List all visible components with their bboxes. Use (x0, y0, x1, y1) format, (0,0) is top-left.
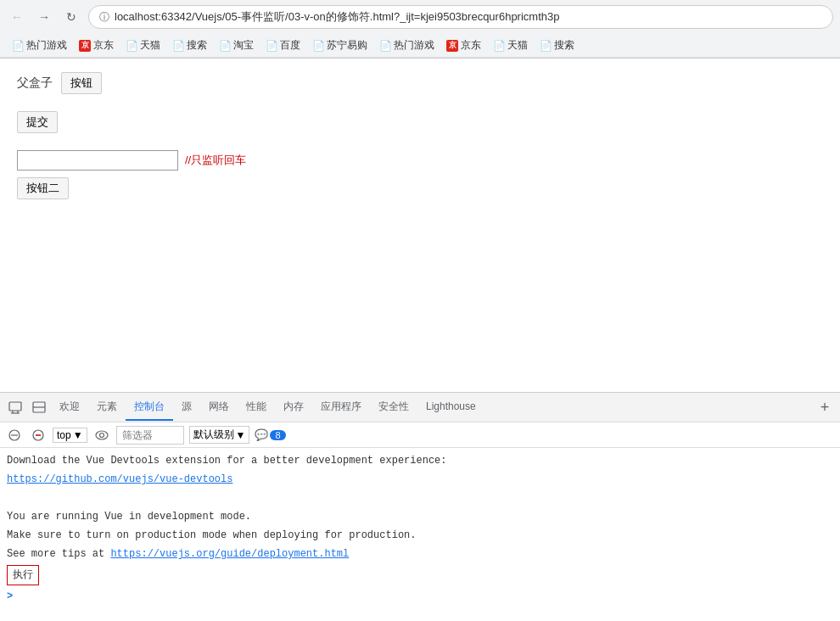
page-icon: 📄 (493, 40, 505, 52)
bookmark-label: 京东 (461, 38, 481, 53)
page-content: 父盒子 按钮 提交 //只监听回车 按钮二 (0, 59, 840, 381)
bookmark-label: 天猫 (140, 38, 160, 53)
back-button[interactable]: ← (7, 7, 27, 27)
btn2[interactable]: 按钮二 (17, 177, 69, 199)
info-icon: ⓘ (99, 10, 109, 25)
refresh-button[interactable]: ↻ (61, 7, 81, 27)
submit-button[interactable]: 提交 (17, 111, 58, 133)
submit-section: 提交 (17, 111, 823, 133)
btn1[interactable]: 按钮 (61, 72, 102, 94)
forward-button[interactable]: → (34, 7, 54, 27)
bookmark-label: 京东 (93, 38, 114, 53)
bookmark-label: 天猫 (507, 38, 528, 53)
bookmark-hot-games-2[interactable]: 📄 热门游戏 (374, 36, 440, 55)
page-icon: 📄 (312, 40, 324, 52)
page-icon: 📄 (126, 40, 137, 52)
bookmark-label: 搜索 (187, 38, 207, 53)
input-comment: //只监听回车 (185, 153, 246, 168)
bookmark-label: 热门游戏 (394, 38, 434, 53)
page-icon: 📄 (540, 40, 552, 52)
browser-chrome: ← → ↻ ⓘ localhost:63342/Vuejs/05-事件监听/03… (0, 0, 840, 59)
address-bar[interactable]: ⓘ localhost:63342/Vuejs/05-事件监听/03-v-on的… (88, 5, 833, 29)
bookmark-jd-1[interactable]: 京 京东 (74, 36, 119, 55)
bookmark-hot-games-1[interactable]: 📄 热门游戏 (7, 36, 72, 55)
url-text: localhost:63342/Vuejs/05-事件监听/03-v-on的修饰… (115, 9, 559, 25)
bookmark-label: 百度 (280, 38, 300, 53)
bookmark-tianmao[interactable]: 📄 天猫 (120, 36, 165, 55)
bookmark-suning[interactable]: 📄 苏宁易购 (307, 36, 372, 55)
page-icon: 📄 (172, 40, 184, 52)
page-icon: 📄 (12, 40, 24, 52)
bookmark-label: 苏宁易购 (327, 38, 367, 53)
page-icon: 📄 (266, 40, 277, 52)
bookmark-label: 热门游戏 (26, 38, 67, 53)
bookmark-taobao[interactable]: 📄 淘宝 (214, 36, 259, 55)
jd-icon: 京 (79, 40, 91, 52)
enter-input[interactable] (17, 150, 178, 171)
btn2-section: 按钮二 (17, 177, 823, 199)
parent-box-section: 父盒子 按钮 (17, 72, 823, 94)
bookmark-label: 搜索 (554, 38, 574, 53)
jd-icon: 京 (446, 40, 458, 52)
bookmark-search-1[interactable]: 📄 搜索 (167, 36, 212, 55)
bookmarks-bar: 📄 热门游戏 京 京东 📄 天猫 📄 搜索 📄 淘宝 📄 百度 📄 苏宁易购 � (0, 34, 840, 58)
bookmark-tianmao-2[interactable]: 📄 天猫 (488, 36, 533, 55)
bookmark-search-2[interactable]: 📄 搜索 (535, 36, 580, 55)
bookmark-label: 淘宝 (233, 38, 254, 53)
input-section: //只监听回车 (17, 150, 823, 171)
bookmark-baidu[interactable]: 📄 百度 (260, 36, 305, 55)
bookmark-jd-2[interactable]: 京 京东 (441, 36, 486, 55)
page-icon: 📄 (219, 40, 231, 52)
browser-toolbar: ← → ↻ ⓘ localhost:63342/Vuejs/05-事件监听/03… (0, 0, 840, 34)
page-icon: 📄 (379, 40, 391, 52)
parent-label: 父盒子 (17, 76, 53, 91)
